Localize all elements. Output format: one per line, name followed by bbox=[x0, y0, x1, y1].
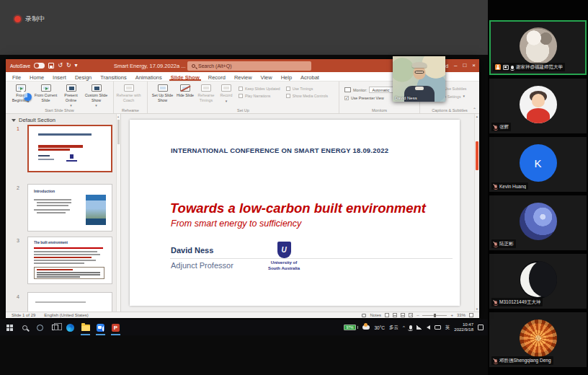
clock[interactable]: 10:472022/9/18 bbox=[454, 322, 473, 333]
file-explorer-button[interactable] bbox=[78, 319, 93, 335]
participant-tile-6[interactable]: 邓胜强Shengqiang Deng bbox=[489, 312, 587, 367]
monitor-icon bbox=[344, 87, 351, 92]
tab-transitions[interactable]: Transitions bbox=[96, 72, 130, 81]
slide-sorter-view-button[interactable] bbox=[393, 313, 397, 317]
thumbnail-scrollbar[interactable] bbox=[116, 114, 120, 312]
close-button[interactable]: × bbox=[472, 63, 476, 69]
tab-home[interactable]: Home bbox=[25, 72, 48, 81]
rehearse-timings-button[interactable]: Rehearse Timings bbox=[195, 83, 217, 102]
checkbox-icon bbox=[286, 94, 290, 98]
record-button[interactable]: Record▾ bbox=[217, 83, 236, 103]
tab-review[interactable]: Review bbox=[230, 72, 257, 81]
battery-indicator[interactable]: 97% bbox=[344, 325, 359, 330]
ime-indicator[interactable]: 英 bbox=[445, 325, 450, 331]
slide-thumbnail-2[interactable]: Introduction bbox=[27, 184, 112, 231]
rehearse-with-coach-button[interactable]: Rehearse with Coach bbox=[116, 83, 141, 102]
taskbar-search-button[interactable] bbox=[17, 319, 32, 335]
action-center-button[interactable] bbox=[478, 325, 484, 330]
participant-tile-4[interactable]: 陆正彬 bbox=[489, 195, 587, 250]
slide-canvas[interactable]: INTERNATIONAL CONFERENCE ON SMART ENERGY… bbox=[130, 120, 460, 306]
mic-tray-icon[interactable] bbox=[409, 325, 412, 330]
tab-acrobat[interactable]: Acrobat bbox=[296, 72, 324, 81]
play-narrations-checkbox[interactable]: Play Narrations bbox=[239, 94, 280, 98]
fit-slide-button[interactable] bbox=[469, 313, 473, 317]
minimize-button[interactable]: – bbox=[454, 63, 457, 69]
slide-author[interactable]: David Ness bbox=[171, 246, 213, 255]
volume-icon[interactable] bbox=[427, 325, 430, 330]
slide-thumbnail-3[interactable]: The built environment bbox=[27, 237, 112, 284]
slide-thumbnail-4[interactable] bbox=[27, 292, 112, 312]
normal-view-button[interactable] bbox=[385, 313, 389, 317]
from-current-slide-button[interactable]: From Current Slide bbox=[33, 83, 58, 102]
participant-tile-5[interactable]: M310121449王大坤 bbox=[489, 254, 587, 309]
slide-scrollbar-thumb[interactable] bbox=[476, 141, 478, 170]
temperature-label[interactable]: 30°C bbox=[374, 325, 385, 330]
qat-caret-icon[interactable]: ▾ bbox=[75, 63, 78, 69]
tab-view[interactable]: View bbox=[257, 72, 277, 81]
participant-tile-2[interactable]: 张辉 bbox=[489, 79, 587, 133]
keep-slides-updated-checkbox[interactable]: Keep Slides Updated bbox=[239, 87, 280, 91]
weather-label[interactable]: 多云 bbox=[389, 325, 398, 331]
tab-design[interactable]: Design bbox=[71, 72, 96, 81]
timings-icon bbox=[201, 84, 211, 92]
thumbnail-panel: Default Section 1 2 Introduction bbox=[6, 114, 121, 312]
tab-help[interactable]: Help bbox=[277, 72, 296, 81]
slide-thumbnail-1[interactable] bbox=[27, 125, 112, 172]
slide-author-role[interactable]: Adjunct Professor bbox=[171, 261, 233, 270]
zoom-slider-thumb[interactable] bbox=[434, 314, 436, 317]
search-input[interactable]: Search (Alt+Q) bbox=[187, 61, 311, 71]
custom-slide-show-button[interactable]: Custom Slide Show▾ bbox=[84, 83, 109, 107]
show-media-controls-checkbox[interactable]: Show Media Controls bbox=[286, 94, 328, 98]
maximize-button[interactable]: □ bbox=[463, 63, 466, 69]
tray-expand-icon[interactable]: ^ bbox=[403, 325, 405, 330]
zoom-slider[interactable] bbox=[422, 315, 447, 316]
system-tray: 97% 30°C 多云 ^ 英 10:472022/9/18 bbox=[344, 322, 486, 333]
task-view-button[interactable] bbox=[48, 319, 63, 335]
hide-slide-button[interactable]: Hide Slide bbox=[175, 83, 195, 98]
galaxy-avatar bbox=[520, 203, 557, 240]
record-dot-icon bbox=[14, 16, 21, 22]
autosave-toggle[interactable] bbox=[34, 63, 45, 69]
start-button[interactable] bbox=[2, 319, 17, 335]
slide-show-view-button[interactable] bbox=[409, 313, 413, 317]
zoom-out-button[interactable]: – bbox=[416, 313, 419, 317]
scroll-down-icon[interactable]: ▾ bbox=[475, 307, 479, 311]
powerpoint-button[interactable]: P bbox=[108, 319, 123, 335]
keyboard-icon[interactable] bbox=[435, 325, 441, 330]
network-icon[interactable] bbox=[416, 325, 422, 330]
section-header[interactable]: Default Section bbox=[6, 114, 120, 123]
mic-muted-icon bbox=[494, 301, 497, 304]
zoom-percentage[interactable]: 33% bbox=[457, 313, 466, 317]
tab-insert[interactable]: Insert bbox=[48, 72, 71, 81]
ribbon-collapse-icon[interactable]: ⌃ bbox=[473, 107, 476, 112]
status-language[interactable]: English (United States) bbox=[44, 313, 88, 317]
slide-kicker[interactable]: INTERNATIONAL CONFERENCE ON SMART ENERGY… bbox=[171, 146, 388, 154]
participant-tile-3[interactable]: K Kevin Huang bbox=[489, 137, 587, 192]
tab-file[interactable]: File bbox=[8, 72, 25, 81]
slide-title[interactable]: Towards a low-carbon built environment bbox=[170, 200, 426, 216]
undo-icon[interactable]: ↺ bbox=[58, 63, 63, 69]
save-icon[interactable] bbox=[48, 63, 54, 69]
tab-animations[interactable]: Animations bbox=[131, 72, 166, 81]
present-online-button[interactable]: Present Online▾ bbox=[58, 83, 84, 107]
cortana-button[interactable] bbox=[32, 319, 48, 335]
slide-subtitle[interactable]: From smart energy to sufficiency bbox=[171, 219, 301, 229]
folder-icon bbox=[81, 325, 90, 331]
redo-icon[interactable]: ↻ bbox=[66, 63, 71, 69]
participant-tile-1[interactable]: 谢家祥@福建师范大学 bbox=[489, 20, 587, 75]
tab-record[interactable]: Record bbox=[204, 72, 230, 81]
use-timings-checkbox[interactable]: Use Timings bbox=[286, 87, 328, 91]
group-label: Set Up bbox=[148, 108, 339, 112]
mic-muted-icon bbox=[494, 242, 497, 246]
edge-button[interactable] bbox=[63, 319, 78, 335]
set-up-slide-show-button[interactable]: Set Up Slide Show bbox=[150, 83, 175, 102]
tab-slide-show[interactable]: Slide Show bbox=[166, 72, 204, 81]
meeting-app-button[interactable] bbox=[93, 319, 108, 335]
scroll-up-icon[interactable]: ▴ bbox=[475, 115, 479, 118]
reading-view-button[interactable] bbox=[401, 313, 405, 317]
notes-button[interactable]: Notes bbox=[370, 313, 381, 317]
zoom-in-button[interactable]: + bbox=[450, 313, 453, 317]
slide-scrollbar[interactable]: ▴ ▾ bbox=[474, 114, 479, 312]
webcam-overlay[interactable]: David Ness bbox=[393, 56, 445, 102]
document-title: Smart Energy, 17.09.2022a ... bbox=[114, 59, 186, 72]
